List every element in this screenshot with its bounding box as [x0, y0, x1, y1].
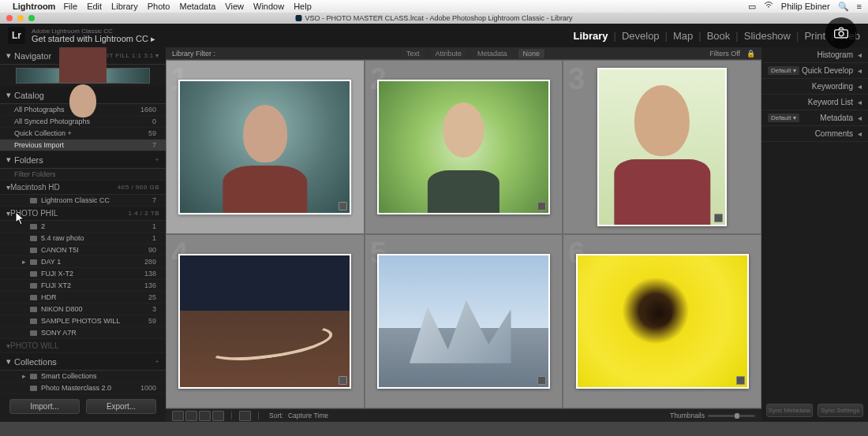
panel-preset[interactable]: Default ▾ [768, 114, 799, 122]
grid-cell[interactable]: 1 [166, 60, 365, 234]
right-panel-header[interactable]: Default ▾Metadata◂ [761, 110, 868, 126]
folder-row[interactable]: FUJI XT2136 [0, 280, 166, 292]
thumbnail[interactable] [597, 68, 727, 226]
module-develop[interactable]: Develop [622, 30, 660, 42]
grid-cell[interactable]: 2 [365, 60, 563, 234]
grid-cell[interactable]: 3 [563, 60, 761, 234]
compare-view-icon[interactable] [199, 411, 211, 421]
menu-extra-icon[interactable]: ≡ [857, 2, 862, 11]
menu-view[interactable]: View [225, 2, 244, 11]
module-map[interactable]: Map [673, 30, 693, 42]
volume-header[interactable]: ▾PHOTO PHIL1.4 / 2 TB [0, 207, 166, 221]
catalog-row[interactable]: Quick Collection +59 [0, 128, 166, 140]
grid-cell[interactable]: 5 [365, 234, 563, 408]
panel-preset[interactable]: Default ▾ [768, 66, 799, 75]
header-title[interactable]: Get started with Lightroom CC ▸ [32, 35, 155, 43]
folder-row[interactable]: FUJI X-T2138 [0, 268, 166, 280]
thumbnail[interactable] [377, 80, 550, 214]
right-panel-header[interactable]: Default ▾Quick Develop◂ [761, 63, 868, 79]
thumbnail[interactable] [178, 80, 351, 214]
painter-icon[interactable] [239, 411, 251, 421]
menu-file[interactable]: File [63, 2, 77, 11]
menu-help[interactable]: Help [294, 2, 312, 11]
module-print[interactable]: Print [804, 30, 825, 42]
collection-row[interactable]: Photo Masterclass 2.01000 [0, 382, 166, 394]
folder-row[interactable]: SAMPLE PHOTOS WILL59 [0, 315, 166, 327]
catalog-row[interactable]: Previous Import7 [0, 140, 166, 151]
navigator-preview[interactable] [16, 68, 150, 84]
add-folder-button[interactable]: + [155, 156, 159, 163]
thumbnail[interactable] [377, 254, 550, 388]
module-slideshow[interactable]: Slideshow [744, 30, 791, 42]
right-panel-header[interactable]: Comments◂ [761, 126, 868, 142]
view-mode-buttons[interactable] [172, 411, 224, 421]
row-label: All Synced Photographs [14, 117, 90, 125]
catalog-row[interactable]: All Synced Photographs0 [0, 116, 166, 128]
folders-header[interactable]: ▾ Folders + [0, 151, 166, 169]
menu-library[interactable]: Library [111, 2, 138, 11]
add-collection-button[interactable]: + [155, 358, 159, 365]
folder-row[interactable]: ▸DAY 1289 [0, 256, 166, 268]
filter-tab-metadata[interactable]: Metadata [473, 49, 512, 58]
grid-cell[interactable]: 6 [563, 234, 761, 408]
library-filter-bar: Library Filter : Text Attribute Metadata… [166, 47, 761, 60]
folder-icon [30, 236, 37, 241]
grid-cell[interactable]: 4 [166, 234, 365, 408]
sync-metadata-button[interactable]: Sync Metadata [766, 404, 813, 417]
volume-header[interactable]: ▾Macintosh HD465 / 969 GB [0, 181, 166, 195]
volume-header[interactable]: ▾PHOTO WILL [0, 339, 166, 353]
folder-row[interactable]: Lightroom Classic CC7 [0, 195, 166, 207]
menu-photo[interactable]: Photo [148, 2, 170, 11]
folder-row[interactable]: HDR25 [0, 292, 166, 304]
folder-count: 1 [152, 234, 156, 242]
window-traffic-lights[interactable] [6, 15, 35, 21]
collection-row[interactable]: ▸Smart Collections [0, 371, 166, 382]
thumbnail[interactable] [576, 254, 749, 388]
collections-header[interactable]: ▾ Collections + [0, 353, 166, 371]
menubar-user[interactable]: Philip Ebiner [781, 2, 830, 11]
zoom-icon[interactable] [28, 15, 35, 21]
wifi-icon[interactable] [764, 1, 773, 12]
folder-row[interactable]: NIKON D8003 [0, 304, 166, 315]
filters-off-toggle[interactable]: Filters Off [709, 50, 740, 58]
grid-view-icon[interactable] [172, 411, 184, 421]
right-panel-header[interactable]: Histogram◂ [761, 47, 868, 63]
loupe-view-icon[interactable] [185, 411, 197, 421]
module-library[interactable]: Library [573, 30, 608, 42]
filter-tab-none[interactable]: None [518, 49, 545, 58]
thumbnail[interactable] [178, 254, 351, 388]
navigator-zoom-opts[interactable]: FIT FILL 1:1 3:1 ▾ [103, 52, 159, 59]
filter-tab-text[interactable]: Text [402, 49, 425, 58]
collection-icon [30, 386, 37, 391]
folder-icon [30, 248, 37, 253]
chevron-left-icon: ◂ [858, 50, 862, 59]
badge-icon [736, 376, 745, 385]
screen-mirror-icon[interactable]: ▭ [748, 2, 756, 12]
folder-row[interactable]: 21 [0, 221, 166, 233]
menubar-app-name[interactable]: Lightroom [13, 2, 55, 11]
right-panel-header[interactable]: Keywording◂ [761, 79, 868, 95]
thumb-size-slider[interactable] [708, 415, 755, 417]
folder-row[interactable]: 5.4 raw photo1 [0, 233, 166, 244]
folder-filter-input[interactable]: Filter Folders [0, 169, 166, 181]
menu-window[interactable]: Window [253, 2, 284, 11]
chevron-left-icon: ◂ [858, 129, 862, 138]
navigator-label: Navigator [14, 51, 51, 61]
survey-view-icon[interactable] [212, 411, 224, 421]
folder-row[interactable]: CANON T5I90 [0, 244, 166, 256]
module-book[interactable]: Book [707, 30, 731, 42]
right-panel-header[interactable]: Keyword List◂ [761, 95, 868, 110]
import-button[interactable]: Import... [9, 399, 80, 414]
export-button[interactable]: Export... [86, 399, 156, 414]
menu-metadata[interactable]: Metadata [179, 2, 215, 11]
minimize-icon[interactable] [17, 15, 24, 21]
folder-row[interactable]: SONY A7R [0, 327, 166, 339]
spotlight-icon[interactable]: 🔍 [838, 2, 849, 12]
sync-settings-button[interactable]: Sync Settings [817, 404, 864, 417]
close-icon[interactable] [6, 15, 13, 21]
chevron-left-icon: ◂ [858, 82, 862, 91]
lock-icon[interactable]: 🔒 [746, 50, 755, 58]
menu-edit[interactable]: Edit [87, 2, 102, 11]
sort-dropdown[interactable]: Capture Time [288, 412, 328, 419]
filter-tab-attribute[interactable]: Attribute [431, 49, 467, 58]
